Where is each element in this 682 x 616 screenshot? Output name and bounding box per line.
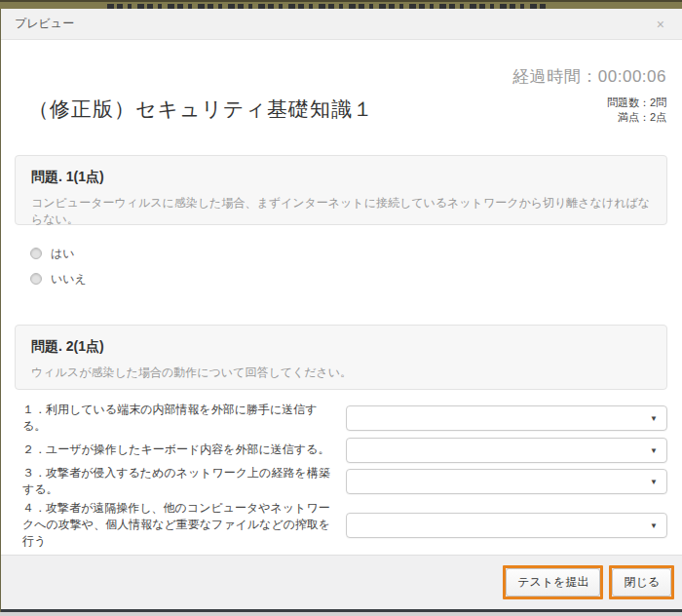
- match-row-4: ４．攻撃者が遠隔操作し、他のコンピュータやネットワークへの攻撃や、個人情報など重…: [22, 500, 667, 551]
- match-row-2: ２．ユーザが操作したキーボード内容を外部に送信する。 ▼: [22, 437, 667, 464]
- question-1-options: はい いいえ: [30, 247, 87, 297]
- quiz-stats: 問題数：2問 満点：2点: [607, 96, 666, 125]
- modal-footer: テストを提出 閉じる: [1, 555, 682, 609]
- modal-title: プレビュー: [15, 16, 74, 32]
- answer-select-3[interactable]: ▼: [346, 469, 667, 494]
- dimmed-background-page-bottom: [0, 612, 682, 616]
- answer-select-4[interactable]: ▼: [346, 513, 667, 538]
- chevron-down-icon: ▼: [650, 478, 658, 486]
- match-item-text: ３．攻撃者が侵入するためのネットワーク上の経路を構築する。: [22, 465, 340, 499]
- modal-body: 経過時間：00:00:06 （修正版）セキュリティ基礎知識１ 問題数：2問 満点…: [1, 41, 682, 556]
- chevron-down-icon: ▼: [650, 445, 658, 454]
- question-1-heading: 問題. 1(1点): [31, 169, 651, 186]
- dimmed-background-page-top: [0, 0, 682, 9]
- radio-label: いいえ: [51, 271, 87, 288]
- submit-test-button[interactable]: テストを提出: [506, 568, 600, 597]
- question-2-box: 問題. 2(1点) ウィルスが感染した場合の動作について回答してください。: [15, 325, 667, 390]
- radio-option-no[interactable]: いいえ: [30, 272, 87, 286]
- close-highlight-annotation: 閉じる: [609, 565, 674, 599]
- radio-icon[interactable]: [30, 248, 42, 259]
- question-count: 問題数：2問: [607, 96, 666, 110]
- submit-highlight-annotation: テストを提出: [503, 565, 603, 599]
- question-1-description: コンピューターウィルスに感染した場合、まずインターネットに接続しているネットワー…: [31, 195, 651, 228]
- match-item-text: １．利用している端末の内部情報を外部に勝手に送信する。: [22, 402, 340, 436]
- page: プレビュー × 経過時間：00:00:06 （修正版）セキュリティ基礎知識１ 問…: [0, 0, 682, 616]
- modal-header: プレビュー ×: [1, 9, 682, 40]
- question-2-items: １．利用している端末の内部情報を外部に勝手に送信する。 ▼ ２．ユーザが操作した…: [22, 402, 667, 552]
- match-row-3: ３．攻撃者が侵入するためのネットワーク上の経路を構築する。 ▼: [22, 465, 667, 499]
- close-icon[interactable]: ×: [653, 16, 668, 33]
- elapsed-time: 経過時間：00:00:06: [512, 65, 666, 88]
- answer-select-1[interactable]: ▼: [346, 405, 667, 431]
- preview-modal: プレビュー × 経過時間：00:00:06 （修正版）セキュリティ基礎知識１ 問…: [1, 9, 682, 612]
- chevron-down-icon: ▼: [650, 414, 658, 423]
- match-item-text: ４．攻撃者が遠隔操作し、他のコンピュータやネットワークへの攻撃や、個人情報など重…: [22, 500, 340, 551]
- close-button[interactable]: 閉じる: [612, 568, 671, 597]
- match-row-1: １．利用している端末の内部情報を外部に勝手に送信する。 ▼: [22, 402, 667, 436]
- match-item-text: ２．ユーザが操作したキーボード内容を外部に送信する。: [22, 442, 340, 458]
- question-2-description: ウィルスが感染した場合の動作について回答してください。: [31, 365, 651, 381]
- radio-icon[interactable]: [30, 273, 42, 285]
- radio-option-yes[interactable]: はい: [30, 247, 87, 260]
- quiz-title: （修正版）セキュリティ基礎知識１: [28, 96, 374, 123]
- answer-select-2[interactable]: ▼: [346, 438, 667, 463]
- radio-label: はい: [51, 246, 75, 262]
- chevron-down-icon: ▼: [650, 520, 658, 529]
- max-score: 満点：2点: [607, 110, 666, 125]
- question-1-box: 問題. 1(1点) コンピューターウィルスに感染した場合、まずインターネットに接…: [15, 155, 667, 225]
- question-2-heading: 問題. 2(1点): [31, 338, 651, 356]
